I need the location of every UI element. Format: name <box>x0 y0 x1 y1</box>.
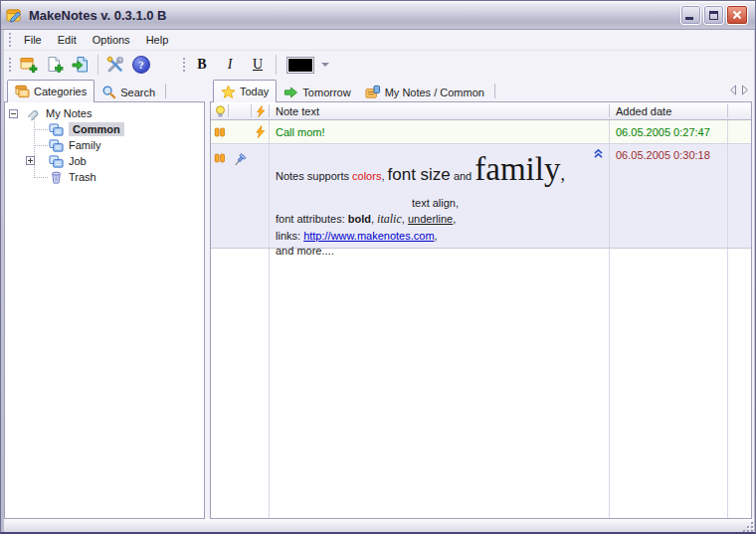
table-header: Note text Added date <box>211 102 751 120</box>
new-category-button[interactable] <box>16 53 42 77</box>
menu-edit[interactable]: Edit <box>50 31 85 49</box>
tab-separator <box>494 84 495 98</box>
menu-file[interactable]: File <box>16 31 50 49</box>
pushpin-icon <box>231 152 248 169</box>
menu-grip[interactable] <box>8 33 11 47</box>
note-row-rich[interactable]: Notes supports colors, font size and fam… <box>211 144 751 249</box>
header-priority-column[interactable] <box>211 102 229 119</box>
category-tree: My Notes Common Family <box>5 102 204 518</box>
rich-note-content: Notes supports colors, font size and fam… <box>270 144 609 257</box>
italic-button[interactable]: I <box>218 54 242 76</box>
tab-today-label: Today <box>240 86 269 97</box>
lightbulb-icon <box>214 104 227 118</box>
tree-item-family[interactable]: Family <box>5 137 202 153</box>
lightning-icon <box>255 104 267 118</box>
status-bar <box>4 519 754 533</box>
tab-my-notes-common-label: My Notes / Common <box>385 87 484 98</box>
app-window: MakeNotes v. 0.3.1.0 B File Edit Options… <box>0 0 756 534</box>
left-tab-strip: Categories Search <box>7 80 169 102</box>
right-tab-strip: Today Tomorrow My Notes / Common <box>213 80 498 102</box>
toolbar-grip-1[interactable] <box>8 58 11 72</box>
settings-button[interactable] <box>102 53 128 77</box>
note-category-icon <box>49 138 64 153</box>
tab-separator <box>165 84 166 98</box>
tab-tomorrow[interactable]: Tomorrow <box>277 82 357 102</box>
bold-button[interactable]: B <box>190 54 214 76</box>
paperclip-icon <box>24 106 41 121</box>
tree-item-my-notes[interactable]: My Notes <box>5 105 202 121</box>
menu-help[interactable]: Help <box>138 31 177 49</box>
maximize-button[interactable] <box>703 5 724 25</box>
scroll-right-icon[interactable] <box>740 84 750 96</box>
note-date: 06.05.2005 0:27:47 <box>610 120 728 143</box>
categories-icon <box>15 85 30 98</box>
tree-item-job[interactable]: Job <box>5 153 202 169</box>
tree-label-common: Common <box>69 122 124 136</box>
resize-grip[interactable] <box>742 521 753 532</box>
collapse-chevrons-icon <box>592 147 605 160</box>
menu-options[interactable]: Options <box>85 31 138 49</box>
header-reminder-column[interactable] <box>252 102 270 119</box>
underline-button[interactable]: U <box>246 54 270 76</box>
font-color-swatch[interactable] <box>286 57 314 74</box>
tab-today[interactable]: Today <box>213 80 277 102</box>
toolbar: ? B I U <box>4 51 754 79</box>
title-bar[interactable]: MakeNotes v. 0.3.1.0 B <box>1 1 755 30</box>
tab-search-label: Search <box>120 87 155 98</box>
note-category-icon <box>49 122 64 137</box>
toolbar-separator-2 <box>276 55 277 75</box>
new-note-button[interactable] <box>42 53 68 77</box>
priority-pause-icon <box>214 126 226 138</box>
tree-label-trash: Trash <box>69 171 96 183</box>
minimize-icon <box>685 17 693 20</box>
settings-icon <box>106 56 124 74</box>
open-note-button[interactable] <box>68 53 94 77</box>
close-button[interactable] <box>726 5 748 25</box>
categories-panel: My Notes Common Family <box>4 101 205 519</box>
tree-label-job: Job <box>69 155 87 167</box>
collapse-expander-icon[interactable] <box>9 109 18 118</box>
scroll-left-icon[interactable] <box>728 84 738 96</box>
tab-search[interactable]: Search <box>94 82 162 102</box>
app-icon <box>6 7 23 24</box>
tab-categories-label: Categories <box>34 86 87 97</box>
help-icon: ? <box>132 56 150 74</box>
note-text: Call mom! <box>276 126 325 138</box>
arrow-right-icon <box>284 86 298 99</box>
tree-item-common[interactable]: Common <box>5 121 202 137</box>
toolbar-grip-2[interactable] <box>182 58 185 72</box>
window-controls <box>680 5 750 25</box>
search-icon <box>101 85 116 99</box>
lightning-icon <box>254 124 267 139</box>
menu-bar: File Edit Options Help <box>4 30 754 51</box>
help-button[interactable]: ? <box>128 53 154 77</box>
new-category-icon <box>20 56 38 74</box>
priority-pause-icon <box>214 152 226 164</box>
header-filler <box>728 102 751 119</box>
tree-item-trash[interactable]: Trash <box>5 169 202 185</box>
tab-categories[interactable]: Categories <box>7 80 94 102</box>
trash-icon <box>49 169 64 185</box>
tab-tomorrow-label: Tomorrow <box>302 87 350 98</box>
header-note-text[interactable]: Note text <box>270 102 610 119</box>
close-icon <box>731 9 743 21</box>
maximize-icon <box>709 11 718 20</box>
collapse-note-button[interactable] <box>592 147 605 160</box>
tab-my-notes-common[interactable]: My Notes / Common <box>358 82 491 102</box>
notes-panel: Note text Added date <box>210 101 752 519</box>
font-color-dropdown-icon[interactable] <box>321 63 329 67</box>
note-category-icon <box>49 154 64 169</box>
header-added-date[interactable]: Added date <box>610 102 728 119</box>
makenotes-link[interactable]: http://www.makenotes.com <box>303 230 434 242</box>
note-row-call-mom[interactable]: Call mom! 06.05.2005 0:27:47 <box>211 120 751 144</box>
new-note-icon <box>46 56 64 74</box>
minimize-button[interactable] <box>680 5 701 25</box>
star-icon <box>221 85 236 99</box>
window-title: MakeNotes v. 0.3.1.0 B <box>29 8 167 23</box>
header-pin-column[interactable] <box>229 102 252 119</box>
tree-label-family: Family <box>69 139 100 151</box>
note-date: 06.05.2005 0:30:18 <box>610 144 728 248</box>
empty-list-area <box>211 249 751 518</box>
toolbar-separator <box>97 55 98 75</box>
colors-word: colors <box>352 170 381 182</box>
